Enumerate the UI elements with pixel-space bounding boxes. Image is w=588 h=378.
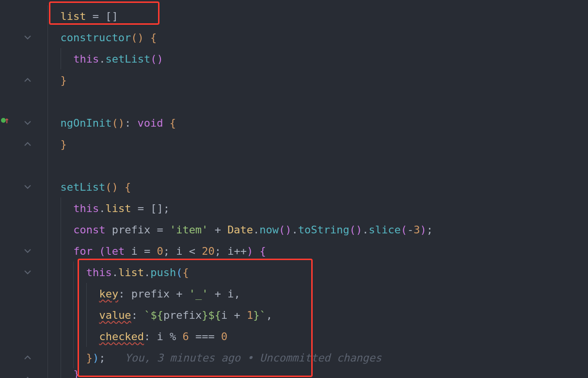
code-token: void (138, 117, 163, 129)
code-line[interactable]: for (let i = 0; i < 20; i++) { (73, 240, 266, 262)
code-token: + (234, 309, 240, 321)
code-token: { (259, 245, 266, 257)
code-token: = (138, 202, 144, 214)
code-token: () (112, 117, 125, 129)
indent-guide (61, 197, 61, 378)
code-token (195, 245, 202, 257)
vcs-change-marker-icon[interactable]: ↑ (1, 118, 10, 123)
indent-guide (61, 48, 61, 69)
code-line[interactable]: setList() { (61, 176, 131, 197)
code-token: now (259, 224, 279, 236)
code-token: constructor (61, 32, 131, 44)
code-token: this (73, 53, 99, 65)
code-editor[interactable]: ↑ list = []constructor() {this.setList()… (0, 0, 588, 378)
code-line[interactable]: ngOnInit(): void { (61, 112, 176, 133)
code-token (189, 330, 195, 343)
code-token: 'item' (170, 224, 208, 236)
code-token: ++ (234, 245, 247, 257)
code-token: . (362, 224, 368, 236)
code-token (253, 245, 259, 257)
code-token: . (99, 53, 105, 65)
code-token: : (131, 309, 144, 321)
fold-open-icon[interactable] (23, 247, 32, 255)
code-token: = (93, 10, 99, 22)
code-token (86, 10, 93, 22)
code-token: [] (105, 10, 118, 22)
code-token: let (105, 245, 125, 257)
fold-open-icon[interactable] (23, 118, 32, 127)
fold-open-icon[interactable] (23, 33, 32, 42)
code-token: . (99, 202, 105, 214)
code-token: Date (227, 224, 253, 236)
code-token: . (292, 224, 298, 236)
fold-open-icon[interactable] (23, 268, 32, 277)
fold-open-icon[interactable] (23, 182, 32, 191)
code-token: for (73, 245, 93, 257)
code-token: ; (99, 352, 105, 364)
code-token: const (73, 224, 105, 236)
code-token (99, 10, 105, 22)
code-token: % (170, 330, 176, 343)
code-line[interactable]: constructor() { (61, 27, 157, 48)
code-token: this (86, 266, 112, 279)
code-token: slice (369, 224, 401, 236)
code-token: () (150, 53, 163, 65)
indent-guide (48, 5, 48, 378)
code-token: i (176, 245, 189, 257)
code-token: i (221, 288, 234, 300)
code-token: ) (420, 224, 427, 236)
code-line[interactable]: const prefix = 'item' + Date.now().toStr… (73, 219, 433, 240)
code-token: setList (105, 53, 150, 65)
code-line[interactable]: } (61, 69, 67, 91)
code-token (105, 224, 111, 236)
code-token: () (131, 32, 144, 44)
code-line[interactable]: } (61, 133, 67, 155)
code-line[interactable]: this.list.push({ (86, 262, 189, 283)
code-token: ; (163, 245, 176, 257)
code-token: prefix (163, 309, 202, 321)
code-line[interactable]: this.list = []; (73, 197, 170, 219)
code-token: 0 (221, 330, 227, 343)
code-token: ${ (150, 309, 163, 321)
code-token: , (234, 288, 240, 300)
code-token: } (86, 352, 93, 364)
editor-gutter: ↑ (0, 0, 34, 378)
code-token: prefix (131, 288, 176, 300)
code-line[interactable]: this.setList() (73, 48, 163, 69)
code-token: push (150, 266, 176, 279)
fold-close-icon[interactable] (23, 140, 32, 148)
code-token: setList (61, 181, 106, 193)
code-token: 1 (247, 309, 253, 321)
code-token: = (157, 224, 163, 236)
code-token (144, 32, 150, 44)
fold-close-icon[interactable] (23, 375, 32, 378)
indent-guide (86, 283, 87, 347)
fold-close-icon[interactable] (23, 353, 32, 362)
code-token (144, 202, 150, 214)
code-token: === (195, 330, 215, 343)
code-token: } (61, 74, 67, 86)
code-line[interactable]: value: `${prefix}${i + 1}`, (99, 304, 272, 326)
code-line[interactable]: key: prefix + '_' + i, (99, 283, 240, 304)
code-token: + (176, 288, 182, 300)
code-token: = (144, 245, 150, 257)
code-token (150, 245, 157, 257)
code-token: ; (427, 224, 433, 236)
code-token (221, 224, 227, 236)
code-token (163, 117, 170, 129)
code-token (215, 330, 221, 343)
code-token: value (99, 309, 131, 321)
code-token: toString (298, 224, 350, 236)
code-line[interactable]: });You, 3 minutes ago • Uncommitted chan… (86, 347, 382, 368)
code-token: { (125, 181, 131, 193)
code-area[interactable]: list = []constructor() {this.setList()}n… (34, 0, 588, 378)
code-token (176, 330, 182, 343)
code-line[interactable]: checked: i % 6 === 0 (99, 326, 227, 347)
code-token: prefix (112, 224, 157, 236)
code-token: '_' (189, 288, 208, 300)
code-token: - (407, 224, 413, 236)
fold-close-icon[interactable] (23, 76, 32, 84)
code-line[interactable]: list = [] (61, 5, 118, 27)
code-token: ( (176, 266, 182, 279)
code-line[interactable]: } (73, 368, 79, 378)
